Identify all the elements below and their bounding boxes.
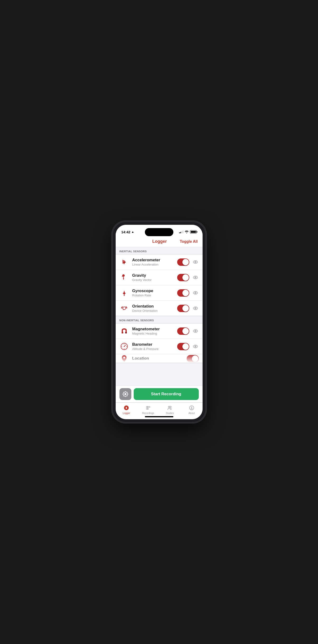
- sensor-row-barometer: Barometer Altitude & Pressure: [116, 339, 203, 354]
- start-recording-button[interactable]: Start Recording: [134, 388, 199, 400]
- svg-point-41: [147, 406, 147, 407]
- svg-point-34: [123, 356, 125, 358]
- battery-icon: [190, 230, 197, 234]
- section-inertial-header: INERTIAL SENSORS: [116, 247, 203, 254]
- location-controls: [187, 355, 199, 362]
- magnetometer-sub: Magnetic Heading: [132, 332, 177, 335]
- tab-studies-icon: [167, 404, 173, 411]
- magnetometer-name: Magnetometer: [132, 327, 177, 332]
- svg-point-42: [147, 407, 147, 408]
- gravity-icon: [119, 273, 129, 282]
- signal-icon: [179, 230, 183, 233]
- gyroscope-info: Gyroscope Rotation Rate: [132, 288, 177, 297]
- barometer-icon: [119, 342, 129, 351]
- sensor-row-gravity: Gravity Gravity Vector: [116, 270, 203, 285]
- section-non-inertial-header: NON-INERTIAL SENSORS: [116, 316, 203, 323]
- tab-logger-icon: [123, 404, 130, 411]
- location-info: Location: [132, 356, 187, 361]
- sensor-row-accelerometer: Accelerometer Linear Acceleration: [116, 254, 203, 270]
- start-recording-label: Start Recording: [151, 392, 182, 396]
- svg-rect-18: [122, 332, 123, 334]
- svg-point-44: [147, 409, 147, 410]
- nav-header: Logger Toggle All: [116, 237, 203, 247]
- orientation-toggle[interactable]: [177, 305, 189, 312]
- toggle-all-button[interactable]: Toggle All: [180, 240, 198, 244]
- dynamic-island: [145, 228, 173, 236]
- gravity-eye-button[interactable]: [192, 274, 199, 281]
- svg-point-43: [147, 408, 147, 409]
- nav-title: Logger: [152, 239, 167, 244]
- svg-point-22: [195, 331, 196, 331]
- tab-logger[interactable]: Logger: [116, 404, 137, 414]
- orientation-name: Orientation: [132, 304, 177, 309]
- orientation-info: Orientation Device Orientation: [132, 304, 177, 312]
- non-inertial-sensor-list: Magnetometer Magnetic Heading: [116, 323, 203, 363]
- barometer-controls: [177, 343, 199, 350]
- orientation-eye-button[interactable]: [192, 305, 199, 312]
- accelerometer-sub: Linear Acceleration: [132, 263, 177, 266]
- gyroscope-icon: [119, 288, 129, 298]
- status-time: 14:42 ▲: [121, 230, 134, 234]
- location-icon: [119, 354, 129, 363]
- accelerometer-toggle[interactable]: [177, 258, 189, 266]
- magnetometer-info: Magnetometer Magnetic Heading: [132, 327, 177, 335]
- sensor-row-gyroscope: Gyroscope Rotation Rate: [116, 285, 203, 301]
- gyroscope-controls: [177, 289, 199, 297]
- barometer-sub: Altitude & Pressure: [132, 347, 177, 351]
- home-indicator: [145, 416, 173, 417]
- orientation-controls: [177, 305, 199, 312]
- accelerometer-info: Accelerometer Linear Acceleration: [132, 258, 177, 266]
- tab-recordings-icon: [145, 404, 151, 411]
- magnetometer-toggle[interactable]: [177, 328, 189, 335]
- inertial-sensor-list: Accelerometer Linear Acceleration: [116, 254, 203, 316]
- sensor-row-location: Location: [116, 354, 203, 363]
- orientation-icon: [119, 304, 129, 313]
- gravity-controls: [177, 274, 199, 281]
- magnetometer-eye-button[interactable]: [192, 328, 199, 334]
- svg-point-30: [124, 346, 125, 347]
- tab-about-icon: [188, 404, 195, 411]
- barometer-eye-button[interactable]: [192, 343, 199, 350]
- accelerometer-eye-button[interactable]: [192, 259, 199, 265]
- svg-point-33: [195, 346, 196, 347]
- svg-rect-19: [125, 332, 127, 334]
- accelerometer-icon: [119, 257, 129, 267]
- barometer-name: Barometer: [132, 342, 177, 347]
- time-display: 14:42: [121, 230, 130, 234]
- tab-recordings[interactable]: Recordings: [137, 404, 159, 414]
- sensor-list-scroll: INERTIAL SENSORS: [116, 247, 203, 386]
- barometer-toggle[interactable]: [177, 343, 189, 350]
- svg-point-3: [195, 262, 196, 262]
- gravity-name: Gravity: [132, 273, 177, 278]
- gravity-sub: Gravity Vector: [132, 278, 177, 282]
- wifi-icon: [185, 230, 189, 233]
- sensor-row-magnetometer: Magnetometer Magnetic Heading: [116, 324, 203, 339]
- magnetometer-controls: [177, 328, 199, 335]
- tab-studies-label: Studies: [166, 412, 174, 414]
- accelerometer-controls: [177, 258, 199, 266]
- gravity-toggle[interactable]: [177, 274, 189, 281]
- bottom-action-area: Start Recording: [116, 386, 203, 402]
- status-icons: [179, 230, 197, 234]
- magnetometer-icon: [119, 326, 129, 336]
- gyroscope-eye-button[interactable]: [192, 290, 199, 296]
- gyroscope-name: Gyroscope: [132, 288, 177, 293]
- location-toggle[interactable]: [187, 355, 199, 362]
- settings-button[interactable]: [119, 388, 131, 400]
- svg-point-17: [195, 308, 196, 308]
- sensor-row-orientation: Orientation Device Orientation: [116, 301, 203, 316]
- tab-about-label: About: [189, 412, 195, 414]
- tab-recordings-label: Recordings: [142, 412, 154, 414]
- tab-studies[interactable]: Studies: [159, 404, 181, 414]
- gyroscope-toggle[interactable]: [177, 289, 189, 297]
- svg-point-13: [195, 292, 196, 293]
- svg-point-47: [190, 406, 194, 410]
- tab-logger-label: Logger: [123, 412, 130, 414]
- svg-point-10: [123, 296, 125, 296]
- svg-point-7: [195, 277, 196, 278]
- svg-point-46: [170, 406, 171, 408]
- orientation-sub: Device Orientation: [132, 309, 177, 312]
- svg-point-45: [168, 406, 170, 408]
- action-row: Start Recording: [119, 388, 199, 400]
- tab-about[interactable]: About: [181, 404, 203, 414]
